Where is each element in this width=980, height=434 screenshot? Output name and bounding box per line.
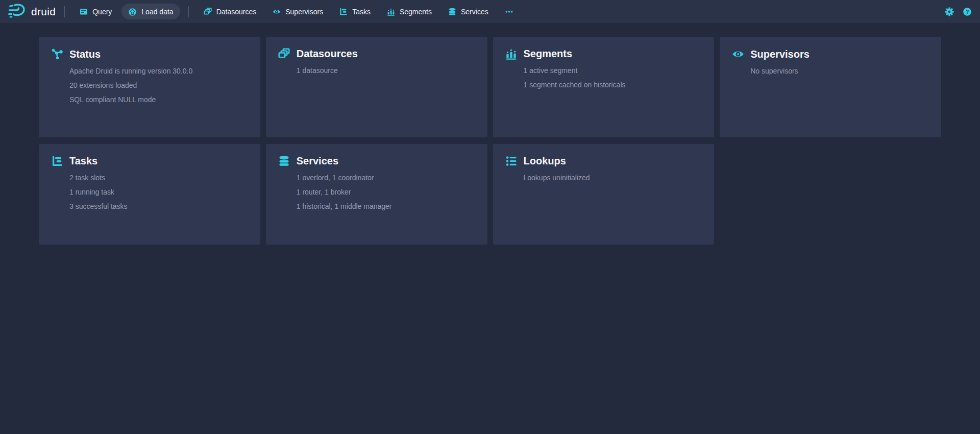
datasources-card[interactable]: Datasources 1 datasource [266,37,487,137]
gear-icon[interactable] [945,7,954,16]
card-line: Apache Druid is running version 30.0.0 [69,67,248,76]
card-line: 1 active segment [524,66,702,75]
bar-chart-icon [505,48,518,60]
nav-item-label: Services [461,8,488,16]
card-line: Lookups uninitialized [524,174,702,182]
card-title: Lookups [524,155,566,167]
upload-icon [128,7,137,16]
brand-text: druid [31,6,56,18]
database-icon [448,8,456,16]
card-line: 1 datasource [297,66,475,75]
services-card[interactable]: Services 1 overlord, 1 coordinator 1 rou… [266,144,487,245]
card-title: Datasources [297,48,358,60]
eye-icon [273,8,281,16]
segments-card[interactable]: Segments 1 active segment 1 segment cach… [493,37,715,137]
nav-item-services[interactable]: Services [442,4,495,19]
svg-text:?: ? [966,9,969,15]
supervisors-card[interactable]: Supervisors No supervisors [720,37,941,137]
nav-item-more[interactable] [498,4,520,19]
druid-logo-icon [7,3,27,20]
card-line: 1 overlord, 1 coordinator [297,174,475,182]
status-card[interactable]: Status Apache Druid is running version 3… [39,37,260,137]
navbar: druid Query Load data [0,0,980,23]
card-line: No supervisors [750,67,929,76]
card-line: 1 router, 1 broker [297,188,475,197]
card-line: 20 extensions loaded [69,81,248,90]
card-title: Supervisors [750,49,810,60]
card-title: Segments [524,48,573,60]
card-line: 1 running task [69,188,248,197]
druid-console-home: { "navbar": { "brand": "druid", "items":… [0,0,980,434]
list-icon [505,155,518,167]
nav-item-supervisors[interactable]: Supervisors [266,4,330,19]
home-cards-grid: Status Apache Druid is running version 3… [39,37,941,245]
more-icon [505,8,513,16]
datasources-icon [204,8,212,16]
card-title: Status [69,49,101,60]
card-line: 1 segment cached on historicals [524,81,702,89]
nav-item-query[interactable]: Query [73,4,118,19]
card-line: 3 successful tasks [69,202,248,211]
nav-item-label: Supervisors [285,8,323,16]
nav-item-segments[interactable]: Segments [380,4,438,19]
card-title: Tasks [69,155,97,167]
navbar-right: ? [945,7,972,16]
help-icon[interactable]: ? [963,7,972,16]
graph-icon [51,48,63,60]
nav-item-load-data[interactable]: Load data [121,4,180,19]
nav-divider [64,6,65,17]
nav-item-datasources[interactable]: Datasources [197,4,263,19]
database-icon [278,155,290,167]
gantt-icon [51,155,63,167]
card-line: 2 task slots [69,174,248,182]
druid-logo[interactable]: druid [7,3,56,20]
query-icon [80,8,88,16]
nav-item-label: Load data [141,8,173,16]
nav-item-tasks[interactable]: Tasks [333,4,377,19]
lookups-card[interactable]: Lookups Lookups uninitialized [493,144,715,245]
datasources-icon [278,48,290,60]
nav-divider [188,6,189,17]
card-line: 1 historical, 1 middle manager [297,202,475,211]
nav-item-label: Datasources [216,8,257,16]
nav-item-label: Query [92,8,112,16]
tasks-card[interactable]: Tasks 2 task slots 1 running task 3 succ… [39,144,260,245]
eye-icon [732,48,744,60]
bar-chart-icon [387,8,395,16]
nav-item-label: Tasks [352,8,371,16]
gantt-icon [339,8,348,16]
card-title: Services [297,155,338,167]
card-line: SQL compliant NULL mode [69,95,248,104]
nav-item-label: Segments [400,8,432,16]
